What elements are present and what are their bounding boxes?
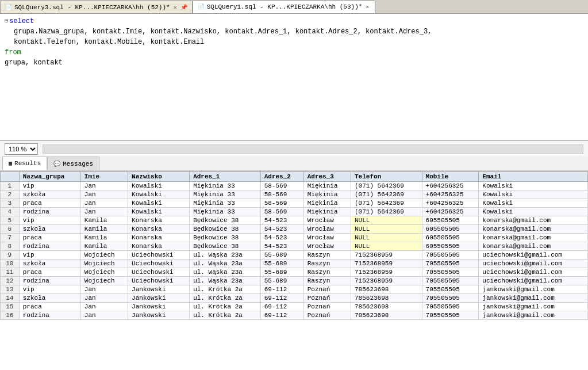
table-cell: jankowski@gmail.com (479, 294, 588, 303)
table-cell: konarska@gmail.com (479, 225, 588, 234)
keyword-select: select (9, 16, 34, 26)
tab-results[interactable]: ▦ Results (2, 157, 47, 170)
col-adres2: Adres_2 (260, 172, 303, 182)
row-number: 4 (1, 208, 20, 216)
table-cell: Kowalski (479, 182, 588, 190)
table-cell: Konarska (128, 242, 190, 251)
tab-pin-icon[interactable]: 📌 (180, 4, 187, 11)
tab-query1[interactable]: 📄 SQLQuery1.sql - KP...KPIECZARKA\hh (53… (193, 1, 376, 13)
table-cell: Jan (80, 303, 128, 311)
table-cell: Będkowice 38 (190, 216, 261, 225)
results-container[interactable]: Nazwa_grupa Imie Nazwisko Adres_1 Adres_… (0, 171, 588, 370)
row-number: 1 (1, 182, 20, 190)
table-cell: vip (19, 216, 80, 225)
collapse-icon[interactable]: ⊟ (5, 16, 8, 26)
table-cell: Jankowski (128, 303, 190, 311)
table-cell: 705505505 (422, 294, 479, 303)
table-cell: Raszyn (303, 260, 351, 268)
table-cell: 54-523 (260, 234, 303, 242)
table-cell: jankowski@gmail.com (479, 311, 588, 320)
table-cell: Miękinia (303, 190, 351, 199)
table-cell: ul. Wąska 23a (190, 260, 261, 268)
table-cell: Miękinia (303, 199, 351, 208)
table-cell: Raszyn (303, 268, 351, 277)
table-cell: ul. Krótka 2a (190, 311, 261, 320)
table-cell: uciechowski@gmail.com (479, 251, 588, 260)
code-text-3: grupa, kontakt (5, 58, 63, 68)
table-cell: praca (19, 268, 80, 277)
table-row: 6szkołaKamilaKonarskaBędkowice 3854-523W… (1, 225, 588, 234)
table-cell: Miękinia (303, 182, 351, 190)
row-number: 11 (1, 268, 20, 277)
table-cell: 58-569 (260, 190, 303, 199)
table-cell: 7152368959 (351, 260, 422, 268)
editor-statusbar: 110 % 100 % 75 % (0, 140, 588, 157)
table-cell: 69-112 (260, 311, 303, 320)
document-icon: 📄 (5, 4, 12, 11)
table-cell: 705505505 (422, 285, 479, 294)
editor-area[interactable]: ⊟ select grupa.Nazwa_grupa, kontakt.Imie… (0, 14, 588, 140)
table-row: 9vipWojciechUciechowskiul. Wąska 23a55-6… (1, 251, 588, 260)
table-cell: 54-523 (260, 225, 303, 234)
row-number: 5 (1, 216, 20, 225)
table-cell: Uciechowski (128, 260, 190, 268)
table-cell: Będkowice 38 (190, 234, 261, 242)
table-cell: vip (19, 251, 80, 260)
col-rownum (1, 172, 20, 182)
code-text-1: grupa.Nazwa_grupa, kontakt.Imie, kontakt… (14, 26, 432, 37)
tab-query3-close[interactable]: ✕ (172, 4, 178, 11)
table-cell: Kowalski (479, 190, 588, 199)
table-cell: Kowalski (479, 199, 588, 208)
table-cell: Kowalski (128, 190, 190, 199)
table-cell: NULL (351, 234, 422, 242)
tab-query1-close[interactable]: ✕ (364, 3, 370, 10)
table-cell: Raszyn (303, 251, 351, 260)
table-cell: praca (19, 303, 80, 311)
table-cell: (071) 5642369 (351, 199, 422, 208)
table-header-row: Nazwa_grupa Imie Nazwisko Adres_1 Adres_… (1, 172, 588, 182)
table-cell: Wrocław (303, 225, 351, 234)
horizontal-scrollbar[interactable] (43, 144, 583, 154)
table-cell: 705505505 (422, 268, 479, 277)
table-row: 8rodzinaKamilaKonarskaBędkowice 3854-523… (1, 242, 588, 251)
tab-messages-label: Messages (63, 161, 93, 167)
table-cell: Raszyn (303, 277, 351, 285)
table-cell: uciechowski@gmail.com (479, 260, 588, 268)
table-cell: ul. Krótka 2a (190, 285, 261, 294)
row-number: 14 (1, 294, 20, 303)
table-cell: jankowski@gmail.com (479, 285, 588, 294)
table-cell: ul. Krótka 2a (190, 303, 261, 311)
table-row: 4rodzinaJanKowalskiMiękinia 3358-569Mięk… (1, 208, 588, 216)
table-cell: szkoła (19, 190, 80, 199)
table-cell: 54-523 (260, 242, 303, 251)
table-cell: Uciechowski (128, 277, 190, 285)
table-cell: +604256325 (422, 182, 479, 190)
row-number: 6 (1, 225, 20, 234)
table-cell: 705505505 (422, 277, 479, 285)
row-number: 13 (1, 285, 20, 294)
col-adres1: Adres_1 (190, 172, 261, 182)
tab-query3-label: SQLQuery3.sql - KP...KPIECZARKA\hh (52))… (14, 4, 170, 11)
results-tabbar: ▦ Results 💬 Messages (0, 157, 588, 171)
table-cell: Wrocław (303, 242, 351, 251)
zoom-select[interactable]: 110 % 100 % 75 % (5, 143, 38, 155)
table-cell: 69-112 (260, 285, 303, 294)
table-cell: 55-689 (260, 260, 303, 268)
table-cell: konarska@gmail.com (479, 242, 588, 251)
tab-messages[interactable]: 💬 Messages (47, 157, 99, 170)
table-cell: 54-523 (260, 216, 303, 225)
table-cell: Poznań (303, 303, 351, 311)
table-row: 14szkołaJanJankowskiul. Krótka 2a69-112P… (1, 294, 588, 303)
grid-icon: ▦ (9, 160, 12, 167)
table-cell: Jan (80, 285, 128, 294)
main-layout: 📄 SQLQuery3.sql - KP...KPIECZARKA\hh (52… (0, 0, 588, 370)
tab-query3[interactable]: 📄 SQLQuery3.sql - KP...KPIECZARKA\hh (52… (0, 1, 193, 13)
table-cell: Uciechowski (128, 251, 190, 260)
table-cell: +604256325 (422, 190, 479, 199)
table-cell: Kamila (80, 225, 128, 234)
col-email: Email (479, 172, 588, 182)
table-row: 7pracaKamilaKonarskaBędkowice 3854-523Wr… (1, 234, 588, 242)
table-cell: praca (19, 199, 80, 208)
table-row: 3pracaJanKowalskiMiękinia 3358-569Miękin… (1, 199, 588, 208)
table-cell: szkoła (19, 225, 80, 234)
